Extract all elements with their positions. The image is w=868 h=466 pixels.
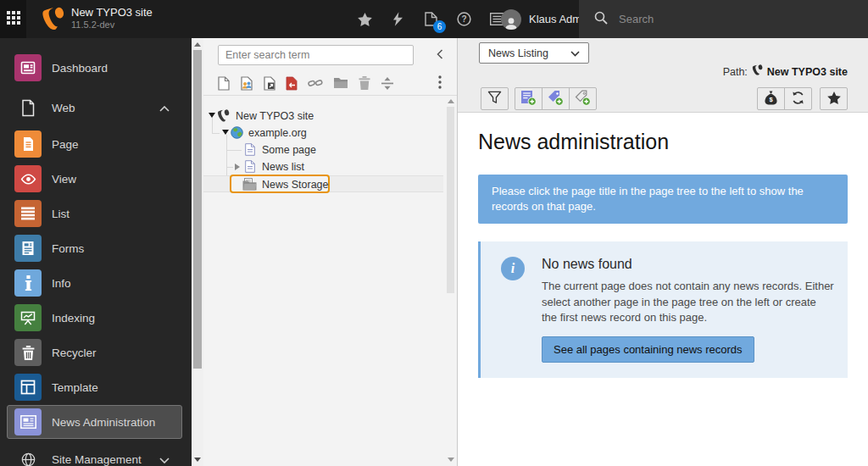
sidebar-item-list[interactable]: List bbox=[7, 197, 182, 230]
scroll-up-arrow-icon[interactable] bbox=[448, 99, 454, 103]
no-news-callout: i No news found The current page does no… bbox=[478, 241, 848, 378]
sidebar-item-forms[interactable]: Forms bbox=[7, 231, 182, 265]
expand-toggle-icon[interactable] bbox=[235, 164, 240, 170]
sidebar-item-view[interactable]: View bbox=[7, 162, 182, 196]
collapse-toggle-icon[interactable] bbox=[209, 113, 215, 118]
tree-node-page[interactable]: News list bbox=[203, 158, 445, 175]
donate-button[interactable]: $ bbox=[757, 87, 785, 110]
link-icon[interactable] bbox=[308, 78, 323, 89]
bookmark-star-icon[interactable] bbox=[356, 9, 373, 30]
scroll-down-arrow-icon[interactable] bbox=[194, 458, 201, 462]
info-icon bbox=[14, 269, 42, 297]
globe-outline-icon bbox=[14, 446, 42, 466]
mount-page-icon[interactable] bbox=[286, 76, 298, 91]
bookmark-button[interactable] bbox=[820, 87, 848, 110]
sidebar-item-news-administration[interactable]: News Administration bbox=[7, 405, 182, 439]
sidebar-item-recycler[interactable]: Recycler bbox=[7, 336, 182, 369]
scrollbar-thumb[interactable] bbox=[447, 107, 454, 293]
sidebar-group-web[interactable]: Web bbox=[7, 95, 182, 120]
callout-content: No news found The current page does not … bbox=[542, 255, 834, 363]
typo3-version: 11.5.2-dev bbox=[71, 19, 114, 30]
sidebar-item-page[interactable]: Page bbox=[7, 127, 182, 161]
path-value: New TYPO3 site bbox=[767, 66, 848, 78]
reload-button[interactable] bbox=[784, 87, 812, 110]
sidebar-item-label: Dashboard bbox=[52, 62, 108, 75]
trash-icon[interactable] bbox=[359, 76, 370, 90]
sidebar-item-label: Recycler bbox=[52, 347, 97, 359]
sidebar-item-indexing[interactable]: Indexing bbox=[7, 301, 182, 335]
add-category-button[interactable] bbox=[542, 87, 570, 110]
web-icon bbox=[14, 94, 42, 121]
clear-cache-bolt-icon[interactable] bbox=[389, 9, 406, 30]
news-folder-icon bbox=[242, 178, 257, 193]
typo3-backend: New TYPO3 site 11.5.2-dev 6 ? bbox=[0, 0, 868, 466]
module-menu: Dashboard Web Page View bbox=[0, 38, 192, 466]
collapse-tree-button[interactable] bbox=[437, 49, 443, 62]
folder-icon[interactable] bbox=[333, 77, 348, 89]
typo3-logo-icon[interactable] bbox=[41, 7, 65, 32]
tag-outline-add-icon bbox=[575, 90, 591, 108]
news-add-icon bbox=[520, 90, 537, 108]
page-icon bbox=[245, 143, 255, 158]
tree-search-input[interactable] bbox=[218, 45, 414, 65]
tree-node-label[interactable]: News Storage bbox=[262, 179, 329, 191]
scroll-up-arrow-icon[interactable] bbox=[194, 42, 201, 47]
sidebar-item-info[interactable]: Info bbox=[7, 266, 182, 300]
filter-button[interactable] bbox=[481, 87, 509, 110]
callout-title: No news found bbox=[542, 257, 834, 272]
page-icon bbox=[245, 160, 255, 175]
site-title: New TYPO3 site bbox=[71, 7, 153, 19]
sidebar-item-dashboard[interactable]: Dashboard bbox=[7, 51, 182, 85]
spacer-icon[interactable] bbox=[381, 77, 394, 90]
search-input[interactable] bbox=[617, 12, 787, 26]
grid-icon bbox=[7, 11, 20, 27]
tree-scrollbar[interactable] bbox=[445, 96, 456, 466]
tree-node-news-storage[interactable]: News Storage bbox=[203, 175, 443, 192]
refresh-icon bbox=[791, 91, 805, 108]
tree-node-page[interactable]: Some page bbox=[203, 141, 445, 158]
sidebar-item-label: Info bbox=[52, 277, 71, 290]
tree-more-options-icon[interactable] bbox=[438, 75, 442, 92]
tree-node-label[interactable]: Some page bbox=[262, 144, 316, 156]
collapse-toggle-icon[interactable] bbox=[222, 130, 229, 135]
scrollbar-thumb[interactable] bbox=[193, 50, 202, 369]
topbar-toolbar: 6 ? bbox=[356, 0, 505, 38]
typo3-site-icon bbox=[217, 109, 230, 125]
tree-node-root[interactable]: New TYPO3 site bbox=[203, 108, 445, 125]
opendocs-icon[interactable]: 6 bbox=[422, 9, 439, 30]
new-pages-wizard-icon[interactable] bbox=[240, 76, 253, 91]
shortcut-page-icon[interactable] bbox=[264, 76, 275, 91]
list-module-icon bbox=[14, 200, 42, 227]
sidebar-group-label: Site Management bbox=[52, 453, 142, 466]
template-icon bbox=[14, 374, 42, 401]
tree-node-label[interactable]: New TYPO3 site bbox=[236, 110, 314, 122]
module-menu-scrollbar[interactable] bbox=[192, 38, 203, 466]
globe-icon bbox=[231, 126, 243, 141]
sidebar-item-label: Page bbox=[52, 138, 79, 151]
chevron-up-icon bbox=[159, 100, 170, 115]
sidebar-item-label: Indexing bbox=[52, 312, 95, 325]
sidebar-item-label: Forms bbox=[52, 242, 84, 255]
module-menu-toggle-button[interactable] bbox=[0, 0, 26, 38]
sidebar-item-label: News Administration bbox=[52, 416, 155, 429]
new-page-icon[interactable] bbox=[218, 76, 230, 91]
add-news-button[interactable] bbox=[515, 87, 542, 110]
tree-node-label[interactable]: example.org bbox=[248, 127, 307, 139]
scroll-down-arrow-icon[interactable] bbox=[448, 458, 454, 462]
help-icon[interactable]: ? bbox=[455, 9, 472, 30]
tree-node-site[interactable]: example.org bbox=[203, 125, 445, 141]
opendocs-count-badge: 6 bbox=[433, 20, 446, 33]
add-tag-button[interactable] bbox=[569, 87, 597, 110]
tree-node-label[interactable]: News list bbox=[262, 161, 304, 173]
typo3-site-icon bbox=[752, 64, 763, 79]
info-circle-icon: i bbox=[501, 257, 525, 280]
module-content: News Listing Path: New TYPO3 site bbox=[458, 38, 868, 466]
see-all-pages-button[interactable]: See all pages containing news records bbox=[542, 336, 754, 363]
docheader-buttons-left bbox=[481, 87, 597, 110]
module-function-select[interactable]: News Listing bbox=[479, 42, 589, 64]
select-value: News Listing bbox=[488, 47, 548, 59]
sidebar-group-site-management[interactable]: Site Management bbox=[7, 447, 182, 466]
avatar bbox=[501, 9, 521, 30]
dashboard-icon bbox=[14, 54, 42, 81]
sidebar-item-template[interactable]: Template bbox=[7, 370, 182, 404]
